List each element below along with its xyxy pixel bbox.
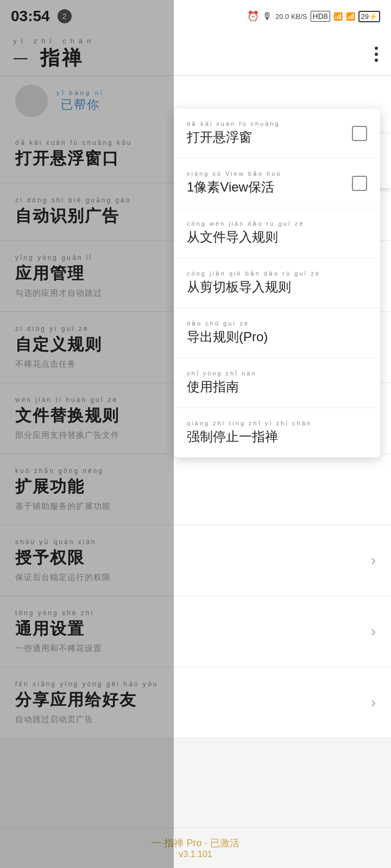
dropdown-import-clipboard-text: 从剪切板导入规则: [187, 278, 320, 296]
dropdown-item-import-file[interactable]: cóng wén jiàn dǎo rù guī zé 从文件导入规则: [174, 208, 380, 258]
status-icons: ⏰ 🎙 20.0 KB/S HD8 📶 📶 29⚡: [247, 10, 380, 22]
dropdown-item-force-stop[interactable]: qiáng zhì tíng zhǐ yī zhǐ chán 强制停止一指禅: [174, 408, 380, 457]
battery-indicator: 29⚡: [358, 11, 380, 22]
dropdown-item-open-float[interactable]: dǎ kāi xuán fú chuāng 打开悬浮窗: [174, 108, 380, 158]
signal-4g-2: 📶: [346, 12, 355, 21]
dropdown-import-file-text: 从文件导入规则: [187, 228, 304, 246]
dropdown-menu: dǎ kāi xuán fú chuāng 打开悬浮窗 xiàng sù Vie…: [174, 108, 380, 457]
speed-indicator: 20.0 KB/S: [275, 12, 307, 21]
dropdown-overlay: dǎ kāi xuán fú chuāng 打开悬浮窗 xiàng sù Vie…: [0, 76, 391, 868]
dropdown-force-stop-text: 强制停止一指禅: [187, 428, 312, 445]
dropdown-force-stop-pinyin: qiáng zhì tíng zhǐ yī zhǐ chán: [187, 420, 312, 427]
hd-badge: HD8: [311, 11, 330, 22]
dropdown-open-float-checkbox[interactable]: [352, 126, 367, 141]
dropdown-user-guide-pinyin: shǐ yòng zhǐ nán: [187, 370, 257, 377]
dropdown-import-clipboard-pinyin: cóng jiǎn qiē bǎn dǎo rù guī zé: [187, 270, 320, 277]
dropdown-export-pro-pinyin: dǎo chū guī zé: [187, 320, 268, 327]
dropdown-export-pro-text: 导出规则(Pro): [187, 328, 268, 346]
dropdown-1px-view-checkbox[interactable]: [352, 176, 367, 191]
dropdown-import-file-pinyin: cóng wén jiàn dǎo rù guī zé: [187, 220, 304, 227]
dropdown-item-export-pro[interactable]: dǎo chū guī zé 导出规则(Pro): [174, 308, 380, 358]
signal-4g: 📶: [333, 12, 343, 21]
dropdown-1px-view-pinyin: xiàng sù View bǎo huó: [187, 170, 281, 177]
alarm-icon: ⏰: [247, 10, 259, 22]
dropdown-open-float-pinyin: dǎ kāi xuán fú chuāng: [187, 120, 280, 127]
dropdown-1px-view-text: 1像素View保活: [187, 178, 281, 196]
dropdown-open-float-text: 打开悬浮窗: [187, 129, 280, 146]
mic-icon: 🎙: [262, 11, 272, 22]
dropdown-item-import-clipboard[interactable]: cóng jiǎn qiē bǎn dǎo rù guī zé 从剪切板导入规则: [174, 258, 380, 308]
dropdown-item-user-guide[interactable]: shǐ yòng zhǐ nán 使用指南: [174, 358, 380, 408]
dropdown-user-guide-text: 使用指南: [187, 378, 257, 395]
more-menu-button[interactable]: [375, 47, 378, 62]
dropdown-item-1px-view[interactable]: xiàng sù View bǎo huó 1像素View保活: [174, 158, 380, 208]
